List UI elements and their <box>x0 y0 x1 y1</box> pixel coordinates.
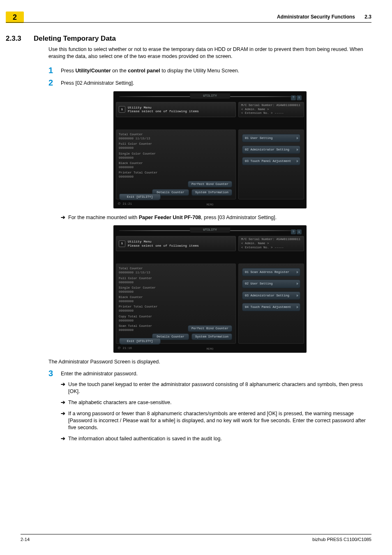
counter-line: Copy Total Counter <box>119 314 233 319</box>
section-title: Deleting Temporary Data <box>34 35 116 43</box>
counter-line: Full Color Counter <box>119 142 233 146</box>
counter-line: Printer Total Counter <box>119 305 233 309</box>
serial-number: M/C Serial Number: A5AW011000011 <box>241 104 301 108</box>
counter-line: 00000000 <box>119 175 233 179</box>
s1-pre: Press <box>61 68 75 74</box>
utility-tab[interactable]: UTILITY <box>190 93 230 99</box>
footer-rule <box>21 534 371 534</box>
device-screenshot-2: UTILITY ? i i Utility Menu Please select… <box>113 225 307 353</box>
screenshot-2-wrap: UTILITY ? i i Utility Menu Please select… <box>48 225 371 353</box>
bullet-text: If a wrong password or fewer than 8 alph… <box>68 410 371 431</box>
menu-button[interactable]: 04 Touch Panel Adjustment <box>242 303 300 311</box>
step-number-3: 3 <box>48 369 61 378</box>
step-3-bullet: ➔If a wrong password or fewer than 8 alp… <box>61 410 371 431</box>
bullet-text: Use the touch panel keypad to enter the … <box>68 381 371 395</box>
step-2-text: Press [02 Administrator Setting]. <box>61 78 371 87</box>
counter-line: 00000000 <box>119 165 233 169</box>
menu-button[interactable]: 03 Administrator Setting <box>242 291 300 300</box>
footer-model: bizhub PRESS C1100/C1085 <box>312 537 371 542</box>
utility-tab-2[interactable]: UTILITY <box>190 227 230 233</box>
info-icon[interactable]: i <box>297 95 302 100</box>
arrow-icon: ➔ <box>61 435 68 442</box>
step-1: 1 Press Utility/Counter on the control p… <box>48 66 371 75</box>
info-box-icon: i <box>119 106 125 113</box>
arrow-icon: ➔ <box>61 399 68 406</box>
header-rule <box>6 22 371 23</box>
serial-number-2: M/C Serial Number: A5AW011000011 <box>241 238 301 242</box>
section-number: 2.3.3 <box>6 35 21 43</box>
counter-line: 00000000 <box>119 309 233 313</box>
system-information-button-2[interactable]: System Information <box>191 333 232 340</box>
utility-menu-title: Utility Menu <box>128 106 199 110</box>
arrow-icon: ➔ <box>61 381 68 388</box>
menu-button[interactable]: 01 Scan Address Register <box>242 268 300 276</box>
help-icon[interactable]: ? <box>291 95 296 100</box>
counter-line: Total Counter <box>119 132 233 136</box>
exit-utility-button[interactable]: Exit [UTILITY] <box>119 194 161 200</box>
admin-name-2: < Admin. Name > <box>241 242 301 246</box>
s1-mid: on the <box>111 68 128 74</box>
utility-menu-subtitle-2: Please select one of following items <box>128 244 199 248</box>
menu-button[interactable]: 01 User Setting <box>242 134 300 142</box>
info-box-icon-2: i <box>119 240 125 247</box>
extension-no-2: < Extension No. > ----- <box>241 246 301 250</box>
clock-2: ⏱ 21:16 <box>118 346 132 350</box>
clock-1: ⏱ 21:21 <box>118 202 132 206</box>
counter-line: 00000000 11/15/13 <box>119 271 233 275</box>
memo-label-1: MEMO <box>207 203 214 207</box>
menu-button[interactable]: 03 Touch Panel Adjustment <box>242 157 300 165</box>
step-3-bullet: ➔The information about failed authentica… <box>61 435 371 442</box>
counter-line: 00000000 <box>119 299 233 303</box>
step-3-text: Enter the administrator password. <box>61 369 371 377</box>
body-content: Use this function to select whether or n… <box>48 46 371 446</box>
counter-line: Single Color Counter <box>119 152 233 156</box>
step-2: 2 Press [02 Administrator Setting]. <box>48 78 371 87</box>
counter-line: 00000000 <box>119 319 233 323</box>
chapter-tab: 2 <box>6 12 24 23</box>
footer-page-number: 2-14 <box>21 537 30 542</box>
menu-list-1: 01 User Setting02 Administrator Setting0… <box>238 130 304 199</box>
password-caption: The Administrator Password Screen is dis… <box>48 358 371 365</box>
utility-menu-title-2: Utility Menu <box>128 240 199 244</box>
s2a-post: , press [03 Administrator Setting]. <box>201 215 277 220</box>
counter-line: 00000000 <box>119 280 233 284</box>
counter-line: Full Color Counter <box>119 276 233 280</box>
counter-line: Black Counter <box>119 161 233 165</box>
counter-list-2: Total Counter00000000 11/15/13Full Color… <box>119 266 233 332</box>
s1-b1: Utility/Counter <box>75 68 111 74</box>
intro-paragraph: Use this function to select whether or n… <box>48 46 371 60</box>
system-information-button[interactable]: System Information <box>191 189 232 196</box>
step-2-arrow: ➔ For the machine mounted with Paper Fee… <box>61 214 371 221</box>
utility-menu-subtitle: Please select one of following items <box>128 109 199 113</box>
counter-list-1: Total Counter00000000 11/15/13Full Color… <box>119 132 233 179</box>
step-number-1: 1 <box>48 66 61 75</box>
counter-line: 00000000 <box>119 156 233 160</box>
s2a-b: Paper Feeder Unit PF-708 <box>139 215 201 220</box>
menu-button[interactable]: 02 User Setting <box>242 280 300 288</box>
perfect-bind-counter-button-2[interactable]: Perfect Bind Counter <box>188 325 232 332</box>
s1-b2: control panel <box>128 68 160 74</box>
counter-line: Total Counter <box>119 266 233 271</box>
step-3: 3 Enter the administrator password. <box>48 369 371 378</box>
s2a-pre: For the machine mounted with <box>68 215 139 220</box>
counter-line: Black Counter <box>119 295 233 299</box>
menu-button[interactable]: 02 Administrator Setting <box>242 146 300 154</box>
arrow-icon: ➔ <box>61 410 68 417</box>
info-icon-2[interactable]: i <box>297 229 302 234</box>
counter-line: 00000000 11/15/13 <box>119 136 233 141</box>
counter-line: 00000000 <box>119 290 233 294</box>
step-3-bullet: ➔Use the touch panel keypad to enter the… <box>61 381 371 395</box>
bullet-text: The alphabetic characters are case-sensi… <box>68 399 371 406</box>
step-number-2: 2 <box>48 78 61 87</box>
help-icon-2[interactable]: ? <box>291 229 296 234</box>
bullet-text: The information about failed authenticat… <box>68 435 371 442</box>
counter-line: 00000000 <box>119 146 233 150</box>
menu-list-2: 01 Scan Address Register02 User Setting0… <box>238 264 304 344</box>
arrow-icon: ➔ <box>61 214 68 221</box>
step-3-bullet: ➔The alphabetic characters are case-sens… <box>61 399 371 406</box>
admin-name: < Admin. Name > <box>241 108 301 112</box>
exit-utility-button-2[interactable]: Exit [UTILITY] <box>119 338 161 345</box>
header-section: 2.3 <box>364 14 371 20</box>
perfect-bind-counter-button[interactable]: Perfect Bind Counter <box>188 181 232 187</box>
step-1-text: Press Utility/Counter on the control pan… <box>61 66 371 74</box>
